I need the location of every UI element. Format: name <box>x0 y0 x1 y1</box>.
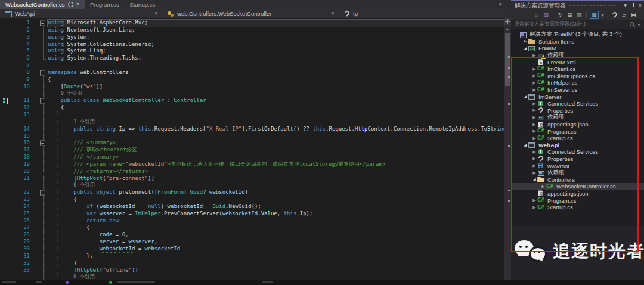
chevron-down-icon[interactable]: ▼ <box>600 13 605 17</box>
code-line[interactable]: 24 if (websocketId == null) websocketId … <box>0 203 511 210</box>
collapsed-arrow-icon[interactable]: ▶ <box>531 53 537 58</box>
code-line[interactable]: 12 { <box>0 104 511 111</box>
expanded-arrow-icon[interactable]: ◢ <box>522 46 528 51</box>
back-icon[interactable]: ← <box>513 11 521 18</box>
tree-item-Program.cs[interactable]: ▶Program.cs <box>511 128 644 135</box>
code-line[interactable]: 9{ <box>0 76 511 83</box>
refresh-icon[interactable]: ↻ <box>556 11 564 18</box>
code-line[interactable]: 21 [HttpPost("pre-connect")] <box>0 175 511 182</box>
code-line[interactable]: 19 /// <param name="websocketId">本地标识，若无… <box>0 161 511 168</box>
tree-item-Solution Items[interactable]: ▶Solution Items <box>511 38 644 45</box>
code-line[interactable]: 2using Newtonsoft.Json.Linq; <box>0 27 511 34</box>
pin-icon[interactable] <box>631 3 636 8</box>
nav-project-dropdown[interactable]: WebApi ▼ <box>0 9 162 18</box>
eraser-icon[interactable]: ▱ <box>620 11 628 18</box>
tree-item-ImClient.cs[interactable]: ▶ImClient.cs <box>511 66 644 73</box>
collapsed-arrow-icon[interactable]: ▶ <box>531 129 537 134</box>
close-icon[interactable]: × <box>76 2 79 7</box>
tree-item-appsettings.json[interactable]: ▶appsettings.json <box>511 121 644 128</box>
codelens-references[interactable]: 0 个引用 <box>73 182 95 188</box>
collapsed-arrow-icon[interactable]: ▶ <box>531 108 537 113</box>
code-line[interactable]: 29 server = wsserver, <box>0 238 511 246</box>
tree-item-Controllers[interactable]: ◢Controllers <box>511 176 644 183</box>
properties-icon[interactable]: ▥ <box>575 11 583 18</box>
class-view-icon[interactable]: ⧓ <box>630 11 637 18</box>
collapsed-arrow-icon[interactable]: ▶ <box>531 67 537 72</box>
tree-item-Properties[interactable]: ▶Properties <box>511 156 644 163</box>
editor-vertical-scrollbar[interactable]: ▲ <box>504 18 511 285</box>
tree-item-Startup.cs[interactable]: ▶Startup.cs <box>511 135 644 142</box>
code-line[interactable]: 14 public string Ip => this.Request.Head… <box>0 126 511 133</box>
collapsed-arrow-icon[interactable]: ▶ <box>531 88 537 92</box>
solution-explorer-search[interactable]: 搜索解决方案资源管理器(Ctrl+;) ▼ <box>511 20 644 29</box>
tree-item-WebApi[interactable]: ◢WebApi <box>511 142 644 149</box>
fold-toggle[interactable]: − <box>40 190 45 196</box>
code-line[interactable]: 11− public class WebSocketController : C… <box>0 97 511 104</box>
pin-icon[interactable] <box>68 2 73 7</box>
collapse-all-icon[interactable]: ⊟ <box>566 11 574 18</box>
tree-item-ImHelper.cs[interactable]: ▶ImHelper.cs <box>511 79 644 86</box>
sync-active-document-icon[interactable]: ▦ <box>590 11 599 19</box>
code-line[interactable]: 17 /// 获取websocket分区 <box>0 147 511 154</box>
tree-item-Connected Services[interactable]: ▶Connected Services <box>511 148 644 156</box>
forward-icon[interactable]: → <box>523 11 531 18</box>
code-line[interactable]: 30 websocketId = websocketId <box>0 246 511 253</box>
tree-item-Program.cs[interactable]: ▶Program.cs <box>511 197 644 204</box>
code-line[interactable]: 32 } <box>0 260 511 267</box>
code-line[interactable]: 13 <box>0 111 511 119</box>
code-line[interactable]: 3using System; <box>0 34 511 41</box>
collapsed-arrow-icon[interactable]: ▶ <box>531 156 537 161</box>
codelens-row[interactable]: 0 个引用 <box>0 90 511 97</box>
codelens-references[interactable]: 0 个引用 <box>61 90 82 96</box>
codelens-row[interactable]: 0 个引用 <box>0 182 511 189</box>
tree-item-Startup.cs[interactable]: ▶Startup.cs <box>511 204 644 211</box>
fold-toggle[interactable]: − <box>40 20 45 26</box>
codelens-row[interactable]: 1 个引用 <box>0 119 511 126</box>
code-line[interactable]: 31 }; <box>0 253 511 260</box>
code-line[interactable]: 28 code = 0, <box>0 231 511 238</box>
collapsed-arrow-icon[interactable]: ▶ <box>531 101 537 106</box>
code-line[interactable]: 15 <box>0 133 511 140</box>
tree-item-ImClientOptions.cs[interactable]: ▶ImClientOptions.cs <box>511 73 644 80</box>
tree-item-FreeIM[interactable]: ◢FreeIM <box>511 45 644 52</box>
splitter-handle-icon[interactable] <box>504 18 511 25</box>
nav-member-dropdown[interactable]: Ip <box>339 9 511 18</box>
expanded-arrow-icon[interactable]: ◢ <box>531 177 537 182</box>
code-line[interactable]: 16− /// <summary> <box>0 140 511 147</box>
tree-item-appsettings.json[interactable]: appsettings.json <box>511 190 644 197</box>
wrench-icon[interactable] <box>611 11 618 18</box>
code-line[interactable]: 26 return new <box>0 218 511 225</box>
code-line[interactable]: 23 { <box>0 196 511 203</box>
code-editor[interactable]: 1−using Microsoft.AspNetCore.Mvc;2using … <box>0 18 511 285</box>
tree-item-WebsocketController.cs[interactable]: ▶WebsocketController.cs <box>511 183 644 190</box>
tree-item-ImServer[interactable]: ◢ImServer <box>511 93 644 100</box>
scroll-up-icon[interactable]: ▲ <box>504 26 511 32</box>
code-line[interactable]: 5using System.Linq; <box>0 48 511 55</box>
code-line[interactable]: 22− public object preConnect([FromForm] … <box>0 189 511 196</box>
code-line[interactable]: 20 /// <returns></returns> <box>0 168 511 175</box>
tree-item-wwwroot[interactable]: ▶wwwroot <box>511 162 644 169</box>
codelens-references[interactable]: 0 个引用 <box>73 274 95 280</box>
collapsed-arrow-icon[interactable]: ▶ <box>531 122 537 127</box>
close-icon[interactable]: × <box>639 2 642 8</box>
code-line[interactable]: 6using System.Threading.Tasks; <box>0 55 511 62</box>
tab-WebsocketController.cs[interactable]: WebsocketController.cs× <box>0 0 85 9</box>
code-line[interactable]: 25 var wsserver = ImHelper.PrevConnectSe… <box>0 210 511 218</box>
nav-type-dropdown[interactable]: web.Controllers.WebSocketController ▼ <box>162 9 339 18</box>
expanded-arrow-icon[interactable]: ◢ <box>522 142 528 147</box>
tab-Startup.cs[interactable]: Startup.cs <box>124 0 160 9</box>
chevron-down-icon[interactable]: ▼ <box>637 23 641 27</box>
tree-item-Connected Services[interactable]: ▶Connected Services <box>511 100 644 107</box>
collapsed-arrow-icon[interactable]: ▶ <box>531 205 537 210</box>
collapsed-arrow-icon[interactable]: ▶ <box>531 115 537 120</box>
collapsed-arrow-icon[interactable]: ▶ <box>522 39 528 44</box>
switch-views-icon[interactable]: ▤ <box>542 11 550 18</box>
chevron-down-icon[interactable]: ▼ <box>623 2 628 8</box>
collapsed-arrow-icon[interactable]: ▶ <box>531 73 537 78</box>
tree-item-依赖项[interactable]: ▶依赖项 <box>511 52 644 59</box>
home-icon[interactable]: ⌂ <box>532 11 540 18</box>
tree-item-依赖项[interactable]: ▶依赖项 <box>511 169 644 176</box>
collapsed-arrow-icon[interactable]: ▶ <box>531 163 537 168</box>
codelens-references[interactable]: 1 个引用 <box>73 119 95 125</box>
tab-Program.cs[interactable]: Program.cs <box>85 0 125 9</box>
